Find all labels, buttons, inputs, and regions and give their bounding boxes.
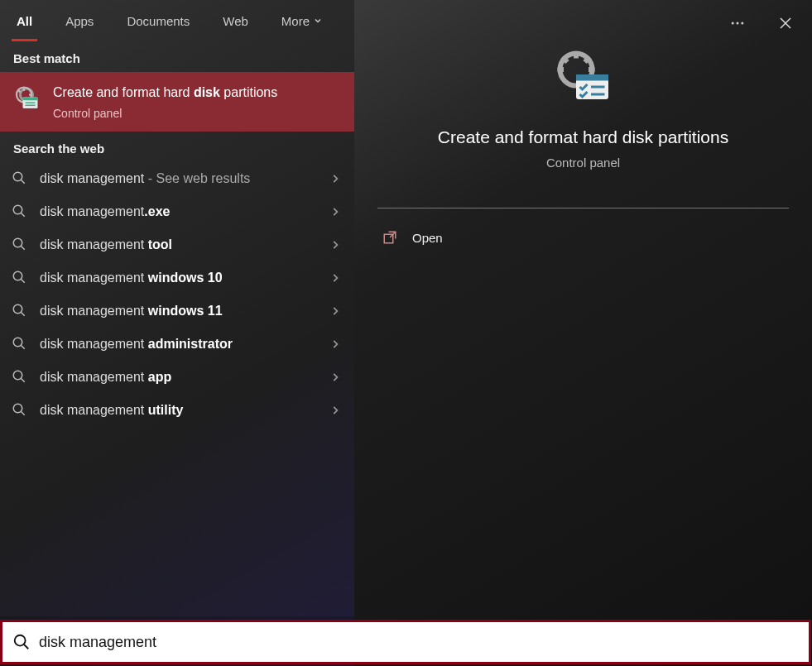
svg-line-12 (21, 279, 25, 283)
svg-line-18 (21, 378, 25, 382)
chevron-right-icon (329, 405, 343, 416)
chevron-right-icon (329, 206, 343, 218)
close-icon (778, 16, 793, 31)
chevron-right-icon (329, 239, 343, 251)
web-suggestion-label: disk management app (40, 370, 318, 385)
svg-point-15 (13, 338, 22, 347)
action-open[interactable]: Open (354, 208, 812, 253)
svg-line-16 (21, 345, 25, 349)
chevron-right-icon (329, 173, 343, 184)
disk-partition-icon (12, 84, 41, 113)
search-icon (12, 170, 28, 187)
svg-rect-2 (23, 98, 38, 101)
chevron-right-icon (329, 272, 343, 284)
svg-line-34 (24, 644, 29, 649)
search-icon (12, 303, 28, 319)
tab-documents[interactable]: Documents (122, 6, 195, 36)
web-suggestion[interactable]: disk management app (0, 361, 354, 394)
web-suggestion-label: disk management administrator (40, 337, 318, 352)
web-suggestion-label: disk management utility (40, 403, 318, 418)
web-suggestion-label: disk management windows 10 (40, 271, 318, 285)
svg-line-8 (21, 213, 25, 217)
preview-title: Create and format hard disk partitions (438, 127, 728, 147)
search-icon (12, 237, 28, 253)
chevron-down-icon (313, 16, 323, 26)
search-icon (12, 204, 28, 220)
svg-point-9 (13, 238, 22, 247)
web-suggestion[interactable]: disk management administrator (0, 328, 354, 361)
svg-line-6 (21, 180, 25, 184)
preview-subtitle: Control panel (546, 156, 620, 170)
best-match-title: Create and format hard disk partitions (53, 84, 341, 102)
web-suggestion-label: disk management.exe (40, 204, 318, 219)
tab-all[interactable]: All (12, 6, 37, 36)
web-suggestion-label: disk management - See web results (40, 171, 318, 186)
web-suggestion[interactable]: disk management tool (0, 228, 354, 261)
section-best-match: Best match (0, 41, 354, 72)
svg-point-33 (15, 635, 26, 646)
web-suggestion[interactable]: disk management windows 11 (0, 295, 354, 328)
disk-partition-icon-large (554, 50, 613, 109)
svg-point-19 (13, 404, 22, 413)
svg-point-22 (737, 22, 739, 25)
search-icon (12, 633, 31, 651)
ellipsis-icon (729, 15, 746, 31)
chevron-right-icon (329, 338, 343, 350)
svg-point-5 (13, 172, 22, 181)
svg-point-11 (13, 271, 22, 280)
search-filter-tabs: All Apps Documents Web More (0, 0, 354, 41)
svg-line-14 (21, 312, 25, 316)
svg-point-23 (741, 22, 743, 25)
svg-line-10 (21, 246, 25, 250)
search-icon (12, 336, 28, 352)
search-icon (12, 402, 28, 419)
tab-apps[interactable]: Apps (60, 6, 98, 36)
more-options-button[interactable] (726, 12, 749, 35)
open-icon (382, 230, 397, 245)
search-icon (12, 369, 28, 386)
svg-line-20 (21, 411, 25, 415)
section-search-web: Search the web (0, 132, 354, 162)
close-button[interactable] (774, 12, 797, 35)
web-suggestion-label: disk management tool (40, 237, 318, 252)
web-suggestions-list: disk management - See web resultsdisk ma… (0, 162, 354, 427)
web-suggestion[interactable]: disk management.exe (0, 195, 354, 228)
svg-point-17 (13, 371, 22, 380)
best-match-subtitle: Control panel (53, 107, 341, 120)
svg-point-13 (13, 304, 22, 314)
tab-more-label: More (281, 14, 310, 28)
web-suggestion[interactable]: disk management - See web results (0, 162, 354, 195)
action-open-label: Open (412, 231, 443, 245)
search-bar[interactable] (0, 620, 811, 664)
web-suggestion[interactable]: disk management utility (0, 394, 354, 427)
web-suggestion-label: disk management windows 11 (40, 304, 318, 319)
tab-more[interactable]: More (276, 6, 328, 36)
svg-point-21 (732, 22, 734, 25)
best-match-result[interactable]: Create and format hard disk partitions C… (0, 72, 354, 132)
chevron-right-icon (329, 371, 343, 383)
svg-point-7 (13, 205, 22, 214)
web-suggestion[interactable]: disk management windows 10 (0, 261, 354, 295)
search-input[interactable] (39, 634, 799, 651)
search-icon (12, 270, 28, 286)
tab-web[interactable]: Web (218, 6, 253, 36)
chevron-right-icon (329, 305, 343, 317)
svg-rect-28 (576, 74, 608, 81)
